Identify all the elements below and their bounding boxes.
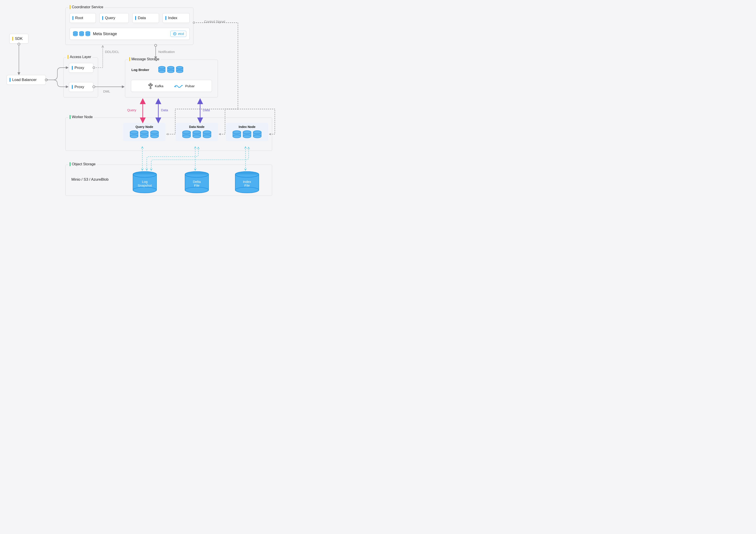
coordinator-title-text: Coordinator Service — [72, 5, 103, 9]
cylinder-icon — [150, 130, 159, 138]
cylinder-icon — [182, 130, 191, 138]
cylinder-icon — [73, 31, 78, 37]
svg-point-16 — [158, 70, 165, 73]
etcd-label: etcd — [178, 32, 184, 36]
coord-root: Root — [69, 13, 96, 23]
label-notification: Notification — [158, 50, 175, 54]
kafka-icon — [148, 83, 153, 89]
cylinder-icon — [243, 130, 252, 138]
kafka-item: Kafka — [148, 83, 163, 89]
proxy-2-box: Proxy — [69, 82, 94, 92]
coord-query: Query — [99, 13, 129, 23]
svg-point-37 — [140, 135, 148, 138]
cylinder-icon — [85, 31, 90, 37]
svg-point-33 — [130, 135, 138, 138]
label-data-2: Data — [203, 108, 210, 112]
etcd-icon — [173, 32, 177, 36]
coord-data-label: Data — [138, 16, 146, 20]
load-balancer-box: Load Balancer — [7, 75, 46, 85]
label-dml: DML — [103, 90, 110, 93]
coord-index-label: Index — [168, 16, 177, 20]
svg-point-2 — [73, 34, 78, 36]
data-node-icons — [182, 130, 211, 138]
index-node: Index Node — [226, 123, 268, 141]
coordinator-title: Coordinator Service — [68, 5, 104, 9]
label-ddl-dcl: DDL/DCL — [105, 50, 119, 54]
query-node-icons — [130, 130, 159, 138]
kafka-label: Kafka — [155, 84, 163, 88]
svg-point-24 — [176, 70, 183, 73]
label-control-signal: Control Signal — [204, 19, 225, 23]
proxy-2-label: Proxy — [74, 85, 84, 89]
query-node-label: Query Node — [135, 125, 153, 128]
coord-data: Data — [132, 13, 159, 23]
coord-root-label: Root — [75, 16, 83, 20]
label-data-1: Data — [161, 108, 168, 112]
svg-point-53 — [203, 135, 211, 138]
access-layer-title: Access Layer — [66, 55, 93, 59]
pulsar-icon — [174, 83, 183, 89]
meta-storage-box: Meta Storage etcd — [69, 28, 190, 40]
accent-tick — [69, 115, 70, 119]
etcd-badge: etcd — [170, 31, 186, 37]
access-layer-group: Access Layer Proxy Proxy — [63, 57, 98, 98]
delta-file-label: Delta File — [184, 180, 209, 187]
accent-tick — [12, 37, 13, 41]
log-snapshot-label: Log Snapshot — [132, 180, 157, 187]
coord-query-label: Query — [105, 16, 115, 20]
svg-point-57 — [233, 135, 241, 138]
svg-point-13 — [174, 33, 175, 34]
label-query: Query — [127, 108, 136, 112]
sdk-box: SDK — [9, 34, 28, 43]
message-storage-group: Message Storage Log Broker Kafka Pulsar — [125, 60, 218, 98]
index-node-icons — [232, 130, 262, 138]
log-broker-icons — [158, 66, 183, 73]
message-storage-title: Message Storage — [128, 57, 161, 61]
proxy-1-box: Proxy — [69, 63, 94, 73]
proxy-1-label: Proxy — [74, 66, 84, 70]
log-broker-row: Log Broker — [131, 66, 183, 73]
svg-point-27 — [149, 85, 151, 87]
accent-tick — [72, 85, 73, 89]
cylinder-icon — [192, 130, 201, 138]
access-layer-title-text: Access Layer — [70, 55, 91, 59]
svg-point-49 — [193, 135, 201, 138]
svg-point-26 — [150, 83, 151, 85]
meta-storage-label: Meta Storage — [93, 32, 117, 36]
accent-tick — [72, 66, 73, 70]
cylinder-icon — [130, 130, 139, 138]
cylinder-icon — [176, 66, 183, 73]
log-broker-label: Log Broker — [131, 68, 149, 71]
pulsar-label: Pulsar — [185, 84, 195, 88]
accent-tick — [102, 16, 103, 20]
meta-storage-icons — [73, 31, 90, 37]
accent-tick — [165, 16, 166, 20]
cylinder-icon — [167, 66, 175, 73]
cylinder-icon — [202, 130, 211, 138]
svg-point-28 — [150, 87, 151, 89]
accent-tick — [69, 5, 70, 9]
accent-tick — [10, 78, 11, 82]
sdk-label: SDK — [15, 37, 23, 41]
svg-point-10 — [86, 34, 90, 36]
coord-index: Index — [163, 13, 190, 23]
worker-title: Worker Node — [68, 115, 94, 119]
cylinder-icon — [79, 31, 84, 37]
svg-point-41 — [150, 135, 158, 138]
cylinder-icon — [232, 130, 241, 138]
object-storage-title: Object Storage — [68, 162, 97, 166]
data-node: Data Node — [176, 123, 218, 141]
data-node-label: Data Node — [189, 125, 204, 128]
svg-point-6 — [79, 34, 84, 36]
broker-products: Kafka Pulsar — [131, 80, 212, 92]
message-storage-title-text: Message Storage — [131, 57, 159, 61]
accent-tick — [68, 55, 68, 59]
cylinder-icon — [158, 66, 166, 73]
providers-label: Minio / S3 / AzureBlob — [71, 177, 109, 182]
cylinder-icon — [253, 130, 262, 138]
query-node: Query Node — [123, 123, 165, 141]
accent-tick — [69, 162, 70, 166]
coordinator-group: Coordinator Service Root Query Data Inde… — [66, 8, 194, 45]
object-storage-title-text: Object Storage — [72, 162, 95, 166]
svg-point-61 — [243, 135, 251, 138]
